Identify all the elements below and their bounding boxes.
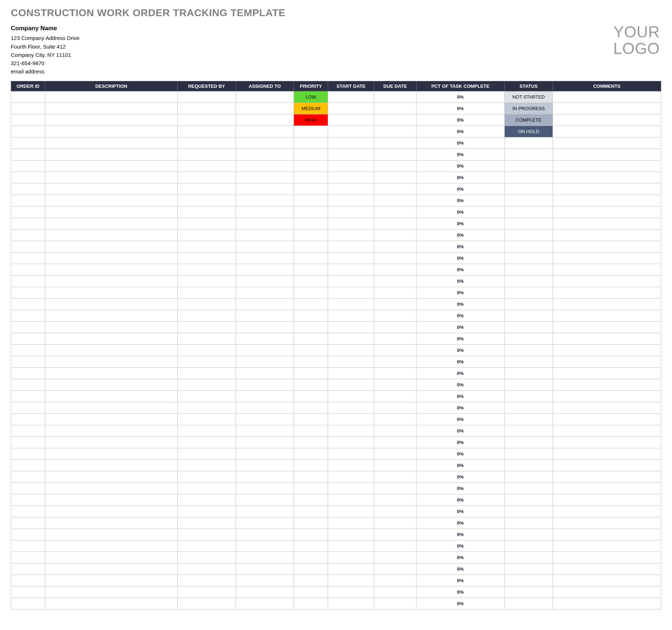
cell-due-date[interactable]: [374, 287, 416, 298]
cell-requested-by[interactable]: [177, 575, 236, 586]
cell-description[interactable]: [45, 206, 177, 218]
cell-due-date[interactable]: [374, 482, 416, 494]
cell-status[interactable]: [504, 506, 553, 517]
cell-status[interactable]: [504, 413, 553, 425]
cell-requested-by[interactable]: [177, 563, 236, 575]
cell-order-id[interactable]: [11, 356, 45, 367]
cell-comments[interactable]: [553, 390, 661, 402]
cell-status[interactable]: [504, 494, 553, 506]
cell-due-date[interactable]: [374, 126, 416, 137]
cell-priority[interactable]: [294, 310, 328, 321]
cell-due-date[interactable]: [374, 344, 416, 356]
cell-start-date[interactable]: [328, 494, 374, 506]
cell-priority[interactable]: [294, 448, 328, 459]
cell-description[interactable]: [45, 149, 177, 160]
cell-priority[interactable]: MEDIUM: [294, 103, 328, 114]
cell-requested-by[interactable]: [177, 471, 236, 482]
cell-assigned-to[interactable]: [236, 321, 294, 333]
cell-start-date[interactable]: [328, 229, 374, 241]
cell-assigned-to[interactable]: [236, 218, 294, 229]
cell-assigned-to[interactable]: [236, 172, 294, 183]
cell-priority[interactable]: [294, 413, 328, 425]
cell-pct-complete[interactable]: 0%: [416, 436, 504, 448]
cell-assigned-to[interactable]: [236, 517, 294, 529]
cell-comments[interactable]: [553, 436, 661, 448]
cell-assigned-to[interactable]: [236, 264, 294, 275]
cell-start-date[interactable]: [328, 575, 374, 586]
cell-requested-by[interactable]: [177, 172, 236, 183]
cell-pct-complete[interactable]: 0%: [416, 402, 504, 413]
cell-start-date[interactable]: [328, 598, 374, 609]
cell-assigned-to[interactable]: [236, 552, 294, 563]
cell-requested-by[interactable]: [177, 459, 236, 471]
cell-description[interactable]: [45, 367, 177, 379]
cell-status[interactable]: [504, 540, 553, 552]
cell-start-date[interactable]: [328, 333, 374, 344]
cell-priority[interactable]: [294, 552, 328, 563]
cell-requested-by[interactable]: [177, 494, 236, 506]
cell-due-date[interactable]: [374, 402, 416, 413]
cell-description[interactable]: [45, 275, 177, 287]
cell-description[interactable]: [45, 390, 177, 402]
cell-comments[interactable]: [553, 425, 661, 436]
cell-due-date[interactable]: [374, 563, 416, 575]
cell-start-date[interactable]: [328, 413, 374, 425]
cell-start-date[interactable]: [328, 252, 374, 264]
cell-comments[interactable]: [553, 252, 661, 264]
cell-order-id[interactable]: [11, 126, 45, 137]
cell-requested-by[interactable]: [177, 586, 236, 598]
cell-requested-by[interactable]: [177, 540, 236, 552]
cell-priority[interactable]: [294, 459, 328, 471]
cell-pct-complete[interactable]: 0%: [416, 264, 504, 275]
cell-assigned-to[interactable]: [236, 356, 294, 367]
cell-priority[interactable]: [294, 149, 328, 160]
cell-status[interactable]: [504, 482, 553, 494]
cell-comments[interactable]: [553, 552, 661, 563]
cell-description[interactable]: [45, 436, 177, 448]
cell-comments[interactable]: [553, 356, 661, 367]
cell-description[interactable]: [45, 333, 177, 344]
cell-start-date[interactable]: [328, 264, 374, 275]
cell-due-date[interactable]: [374, 413, 416, 425]
cell-order-id[interactable]: [11, 206, 45, 218]
cell-assigned-to[interactable]: [236, 494, 294, 506]
cell-priority[interactable]: [294, 598, 328, 609]
cell-comments[interactable]: [553, 183, 661, 195]
cell-due-date[interactable]: [374, 229, 416, 241]
cell-priority[interactable]: [294, 586, 328, 598]
cell-requested-by[interactable]: [177, 252, 236, 264]
cell-assigned-to[interactable]: [236, 160, 294, 172]
cell-start-date[interactable]: [328, 540, 374, 552]
cell-status[interactable]: [504, 160, 553, 172]
cell-description[interactable]: [45, 114, 177, 126]
cell-order-id[interactable]: [11, 114, 45, 126]
cell-status[interactable]: [504, 264, 553, 275]
cell-comments[interactable]: [553, 218, 661, 229]
cell-order-id[interactable]: [11, 598, 45, 609]
cell-start-date[interactable]: [328, 321, 374, 333]
cell-requested-by[interactable]: [177, 390, 236, 402]
cell-assigned-to[interactable]: [236, 103, 294, 114]
cell-due-date[interactable]: [374, 206, 416, 218]
cell-status[interactable]: [504, 586, 553, 598]
cell-status[interactable]: [504, 459, 553, 471]
cell-priority[interactable]: [294, 367, 328, 379]
cell-status[interactable]: NOT STARTED: [504, 91, 553, 103]
cell-start-date[interactable]: [328, 137, 374, 149]
cell-requested-by[interactable]: [177, 149, 236, 160]
cell-pct-complete[interactable]: 0%: [416, 333, 504, 344]
cell-start-date[interactable]: [328, 218, 374, 229]
cell-status[interactable]: [504, 425, 553, 436]
cell-order-id[interactable]: [11, 137, 45, 149]
cell-assigned-to[interactable]: [236, 379, 294, 390]
cell-start-date[interactable]: [328, 379, 374, 390]
cell-pct-complete[interactable]: 0%: [416, 321, 504, 333]
cell-description[interactable]: [45, 241, 177, 252]
cell-comments[interactable]: [553, 195, 661, 206]
cell-order-id[interactable]: [11, 172, 45, 183]
cell-comments[interactable]: [553, 517, 661, 529]
cell-comments[interactable]: [553, 448, 661, 459]
cell-pct-complete[interactable]: 0%: [416, 517, 504, 529]
cell-comments[interactable]: [553, 494, 661, 506]
cell-pct-complete[interactable]: 0%: [416, 252, 504, 264]
